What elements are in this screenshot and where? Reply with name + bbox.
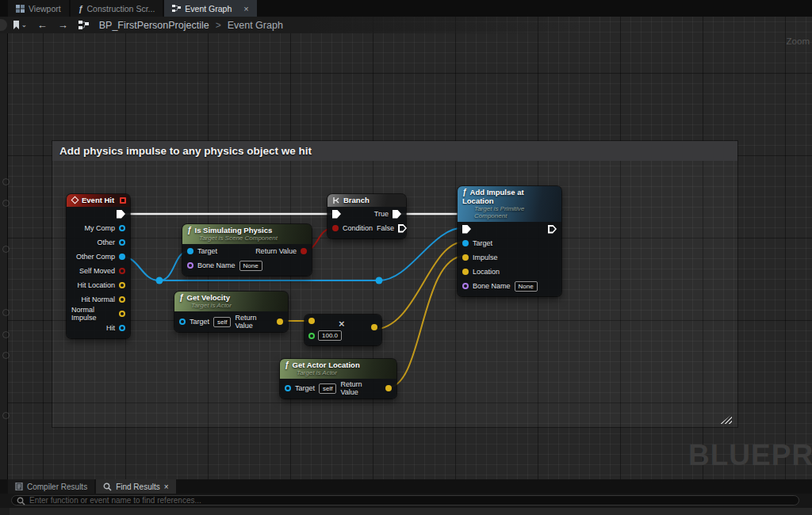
- pin-self-moved[interactable]: [119, 268, 125, 274]
- panel-glyph: [2, 200, 10, 207]
- tab-event-graph[interactable]: Event Graph ×: [164, 0, 256, 17]
- pin-target[interactable]: [285, 385, 291, 391]
- bookmark-icon: [13, 21, 20, 30]
- pin-my-comp[interactable]: [119, 225, 125, 231]
- pin-other-comp[interactable]: [119, 254, 125, 260]
- node-header[interactable]: ƒGet Velocity Target is Actor: [174, 292, 288, 311]
- breadcrumb: BP_FirstPersonProjectile > Event Graph: [99, 20, 283, 31]
- zoom-indicator: Zoom: [787, 36, 810, 46]
- node-header[interactable]: Branch: [327, 194, 406, 207]
- function-icon: ƒ: [462, 188, 467, 196]
- blueprint-editor-window: BLUEPRINT Add physics impulse to any phy…: [0, 0, 812, 515]
- node-multiply[interactable]: 100.0 ×: [304, 315, 381, 345]
- function-icon: ƒ: [187, 226, 192, 235]
- pin-normal-impulse[interactable]: [119, 311, 125, 317]
- tab-viewport[interactable]: Viewport: [8, 0, 69, 17]
- node-get-velocity[interactable]: ƒGet Velocity Target is Actor Target sel…: [174, 292, 288, 332]
- breadcrumb-current[interactable]: Event Graph: [228, 20, 283, 31]
- nav-forward-button[interactable]: →: [58, 19, 68, 31]
- bottom-tab-bar: Compiler Results Find Results ×: [0, 479, 812, 494]
- node-add-impulse-at-location[interactable]: ƒAdd Impulse at Location Target is Primi…: [458, 186, 561, 296]
- comment-title[interactable]: Add physics impulse to any physics objec…: [52, 141, 737, 161]
- node-event-hit-header[interactable]: Event Hit: [67, 194, 130, 207]
- branch-icon: [332, 196, 340, 204]
- viewport-icon: [16, 5, 25, 13]
- pin-hit-normal[interactable]: [119, 296, 125, 303]
- panel-glyph: [2, 178, 10, 185]
- node-event-hit[interactable]: Event Hit My Comp Other Other Comp Self …: [67, 194, 130, 338]
- panel-glyph: [2, 352, 10, 359]
- pin-multiply-out[interactable]: [371, 324, 377, 330]
- exec-in-pin[interactable]: [462, 225, 471, 234]
- multiply-operator-icon: ×: [339, 318, 345, 330]
- pin-bone-name[interactable]: [187, 262, 193, 269]
- function-icon: ƒ: [285, 360, 289, 369]
- results-panel-edge: [10, 508, 812, 515]
- search-icon: [103, 483, 112, 491]
- pin-location[interactable]: [462, 269, 469, 275]
- node-is-simulating-physics[interactable]: ƒIs Simulating Physics Target is Scene C…: [182, 224, 312, 276]
- panel-glyph: [2, 246, 10, 253]
- node-header[interactable]: ƒAdd Impulse at Location Target is Primi…: [458, 186, 561, 222]
- panel-glyph: [2, 412, 10, 419]
- function-icon: ƒ: [79, 4, 83, 13]
- pin-multiply-b[interactable]: [308, 333, 315, 339]
- bone-name-field[interactable]: None: [239, 261, 262, 271]
- pin-impulse[interactable]: [462, 254, 469, 261]
- multiply-b-field[interactable]: 100.0: [318, 330, 342, 341]
- exec-false-pin[interactable]: [398, 224, 407, 233]
- pin-target[interactable]: [179, 319, 186, 325]
- exec-out-pin[interactable]: [548, 225, 557, 234]
- pin-condition[interactable]: [332, 225, 339, 231]
- graph-icon: [172, 5, 181, 13]
- close-icon[interactable]: ×: [243, 5, 248, 13]
- blueprint-watermark: BLUEPRINT: [688, 439, 812, 472]
- function-icon: ƒ: [179, 293, 184, 302]
- panel-glyph: [2, 309, 10, 316]
- bone-name-field[interactable]: None: [515, 281, 538, 292]
- delegate-pin[interactable]: [120, 197, 126, 204]
- pin-hit[interactable]: [119, 325, 125, 331]
- target-field[interactable]: self: [213, 317, 231, 327]
- pin-target[interactable]: [462, 240, 469, 246]
- tab-construction-script[interactable]: ƒ Construction Scr...: [71, 0, 163, 17]
- exec-true-pin[interactable]: [393, 210, 401, 219]
- graph-icon: [79, 21, 89, 30]
- event-icon: [71, 196, 79, 204]
- pin-return-value[interactable]: [385, 385, 392, 391]
- node-header[interactable]: ƒGet Actor Location Target is Actor: [280, 359, 396, 379]
- pin-multiply-a[interactable]: [308, 318, 315, 324]
- pin-hit-location[interactable]: [119, 282, 125, 288]
- close-icon[interactable]: ×: [164, 483, 169, 491]
- breadcrumb-separator: >: [216, 20, 221, 31]
- pin-bone-name[interactable]: [462, 283, 469, 289]
- pin-return-value[interactable]: [301, 248, 307, 254]
- collapsed-panel-strip: [0, 33, 8, 479]
- exec-in-pin[interactable]: [332, 210, 341, 219]
- node-branch[interactable]: Branch True Condition False: [327, 194, 406, 238]
- tab-compiler-results[interactable]: Compiler Results: [8, 479, 94, 494]
- bookmarks-button[interactable]: ⌄: [13, 21, 27, 30]
- graph-toolbar: ⌄ ← → BP_FirstPersonProjectile > Event G…: [0, 17, 812, 33]
- breadcrumb-root[interactable]: BP_FirstPersonProjectile: [99, 20, 209, 31]
- exec-out-pin[interactable]: [117, 210, 125, 219]
- tab-find-results[interactable]: Find Results ×: [96, 479, 175, 494]
- search-input[interactable]: [11, 495, 799, 505]
- pin-return-value[interactable]: [277, 319, 283, 325]
- target-field[interactable]: self: [319, 383, 336, 394]
- node-get-actor-location[interactable]: ƒGet Actor Location Target is Actor Targ…: [280, 359, 396, 399]
- panel-glyph: [2, 331, 10, 338]
- find-results-search-row: [0, 494, 812, 508]
- chevron-down-icon: ⌄: [21, 21, 27, 29]
- pin-target[interactable]: [187, 248, 193, 254]
- search-icon: [17, 497, 25, 505]
- nav-back-button[interactable]: ←: [37, 19, 48, 31]
- compiler-results-icon: [15, 483, 23, 490]
- pin-other[interactable]: [119, 239, 125, 246]
- node-header[interactable]: ƒIs Simulating Physics Target is Scene C…: [182, 224, 312, 244]
- document-tab-bar: Viewport ƒ Construction Scr... Event Gra…: [0, 0, 812, 17]
